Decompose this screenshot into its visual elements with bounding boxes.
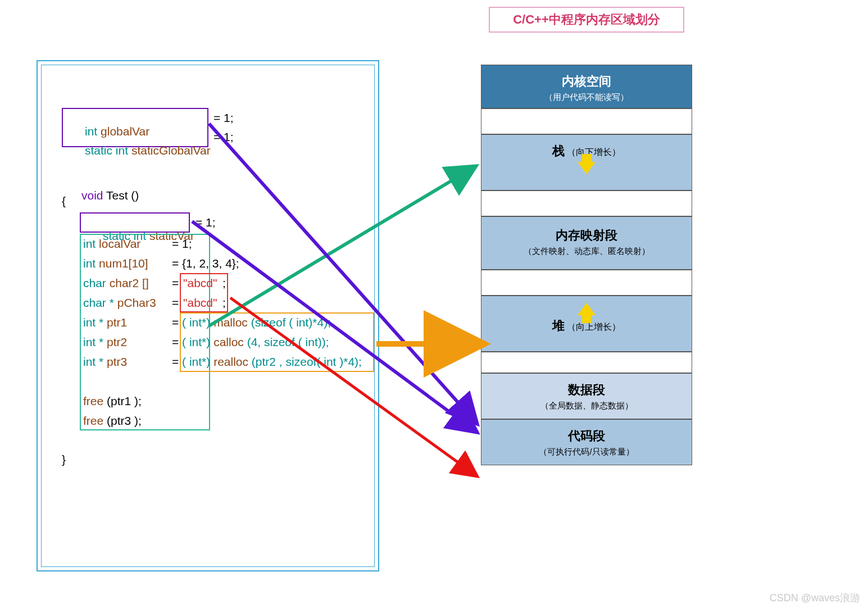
code-char2-lit: "abcd"	[183, 276, 217, 290]
code-localvar-assign: = 1;	[172, 237, 192, 251]
code-static-global: static int staticGlobalVar	[65, 130, 211, 171]
code-ptr2: int * ptr2	[83, 335, 127, 349]
mem-gap-2	[481, 190, 692, 216]
code-char2-semi: ;	[222, 276, 226, 290]
code-ptr3: int * ptr3	[83, 355, 127, 369]
mem-stack: 栈 （向下增长）	[481, 134, 692, 190]
mem-gap-3	[481, 270, 692, 296]
mem-kernel: 内核空间 （用户代码不能读写）	[481, 65, 692, 108]
code-ptr2-rhs: = ( int*) calloc (4, sizeof ( int));	[172, 335, 329, 349]
code-free3: free (ptr3 );	[83, 414, 142, 428]
code-pchar3: char * pChar3	[83, 296, 156, 310]
code-free1: free (ptr1 );	[83, 394, 142, 408]
code-panel-inner: int globalVar = 1; static int staticGlob…	[41, 65, 375, 567]
mem-code: 代码段 （可执行代码/只读常量）	[481, 419, 692, 465]
code-pchar3-lit: "abcd"	[183, 296, 217, 310]
code-localvar: int localVar	[83, 237, 140, 251]
code-num1-assign: = {1, 2, 3, 4};	[172, 257, 239, 270]
mem-mmap: 内存映射段 （文件映射、动态库、匿名映射）	[481, 216, 692, 270]
code-func: void Test ()	[62, 175, 139, 216]
code-global-assign: = 1;	[213, 111, 234, 125]
code-pchar3-eq: =	[172, 296, 179, 310]
code-static-local-assign: = 1;	[196, 216, 216, 229]
mem-gap-1	[481, 108, 692, 134]
code-ptr1: int * ptr1	[83, 316, 127, 329]
code-panel-outer: int globalVar = 1; static int staticGlob…	[37, 60, 379, 571]
code-num1: int num1[10]	[83, 257, 148, 270]
code-pchar3-semi: ;	[222, 296, 226, 310]
mem-gap-4	[481, 352, 692, 373]
watermark: CSDN @waves浪游	[770, 591, 860, 605]
mem-data: 数据段 （全局数据、静态数据）	[481, 373, 692, 419]
code-open-brace: {	[62, 194, 66, 208]
code-close-brace: }	[62, 453, 66, 466]
code-char2-eq: =	[172, 276, 179, 290]
memory-layout-column: 内核空间 （用户代码不能读写） 栈 （向下增长） 内存映射段 （文件映射、动态库…	[481, 65, 692, 465]
code-ptr1-rhs: = ( int*) malloc (sizeof ( int)*4);	[172, 316, 331, 329]
diagram-title: C/C++中程序内存区域划分	[489, 7, 684, 33]
code-ptr3-rhs: = ( int*) realloc (ptr2 , sizeof( int )*…	[172, 355, 362, 369]
code-static-global-assign: = 1;	[213, 130, 234, 144]
arrow-up-icon	[578, 303, 596, 315]
code-char2: char char2 []	[83, 276, 149, 290]
mem-heap: 堆 （向上增长）	[481, 296, 692, 352]
arrow-down-icon	[578, 162, 596, 174]
